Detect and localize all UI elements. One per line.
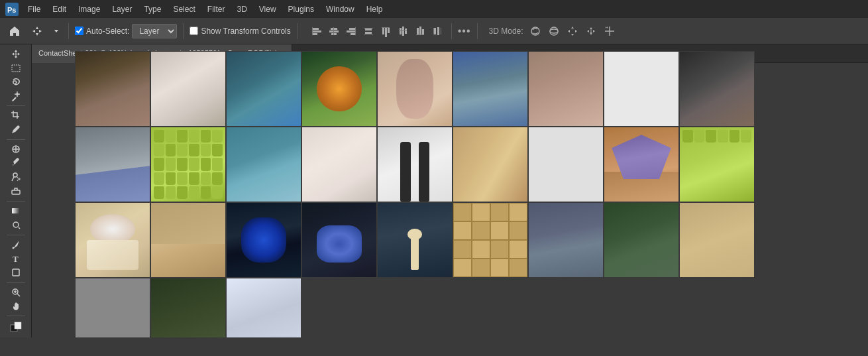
healing-tool[interactable] <box>5 144 27 155</box>
auto-select-area: Auto-Select: Layer Group <box>75 24 177 38</box>
photo-20 <box>150 202 226 278</box>
toolbar-separator-5 <box>477 23 478 39</box>
hand-tool[interactable] <box>5 300 27 312</box>
magic-wand-tool[interactable] <box>5 90 27 101</box>
pen-tool[interactable] <box>5 239 27 250</box>
align-right-icon[interactable] <box>343 23 359 39</box>
photo-30 <box>679 202 755 278</box>
svg-rect-10 <box>349 28 356 30</box>
menu-file[interactable]: File <box>23 3 46 15</box>
move-dropdown[interactable] <box>50 22 62 40</box>
menu-bar: Ps File Edit Image Layer Type Select Fil… <box>0 0 868 18</box>
more-options-button[interactable]: ••• <box>458 25 471 37</box>
align-top-icon[interactable] <box>378 23 394 39</box>
slide-3d-icon[interactable] <box>583 23 599 39</box>
svg-rect-9 <box>333 27 334 35</box>
svg-rect-12 <box>351 33 356 35</box>
svg-rect-54 <box>13 269 19 276</box>
auto-select-dropdown[interactable]: Layer Group <box>132 24 177 38</box>
zoom-tool[interactable] <box>5 286 27 298</box>
gradient-tool[interactable] <box>5 206 27 217</box>
svg-rect-32 <box>433 28 434 34</box>
menu-window[interactable]: Window <box>321 3 360 15</box>
photo-17 <box>604 127 679 202</box>
left-panel-separator-5 <box>7 282 25 283</box>
photo-11 <box>150 127 226 202</box>
photo-21 <box>226 202 301 278</box>
left-panel-separator-6 <box>7 316 25 316</box>
svg-rect-17 <box>365 32 372 34</box>
svg-point-47 <box>13 173 17 177</box>
lasso-tool[interactable] <box>5 76 27 88</box>
svg-rect-33 <box>441 28 441 34</box>
show-transform-controls: Show Transform Controls <box>190 27 290 36</box>
distribute-icon[interactable] <box>360 23 376 39</box>
zoom-3d-icon[interactable] <box>602 23 618 39</box>
align-bottom-icon[interactable] <box>412 23 428 39</box>
menu-3d[interactable]: 3D <box>231 3 252 15</box>
menu-type[interactable]: Type <box>138 3 166 15</box>
photo-33 <box>226 278 301 337</box>
svg-rect-48 <box>12 190 20 194</box>
svg-rect-14 <box>364 28 373 29</box>
photo-5 <box>377 51 453 127</box>
menu-image[interactable]: Image <box>73 3 105 15</box>
menu-select[interactable]: Select <box>168 3 200 15</box>
align-left-icon[interactable] <box>309 23 325 39</box>
menu-view[interactable]: View <box>254 3 282 15</box>
dodge-tool[interactable] <box>5 219 27 231</box>
ps-logo: Ps <box>5 3 19 16</box>
svg-rect-49 <box>12 208 20 213</box>
brush-tool[interactable] <box>5 158 27 169</box>
align-center-h-icon[interactable] <box>326 23 342 39</box>
photo-29 <box>604 202 679 278</box>
photo-3 <box>226 51 301 127</box>
marquee-tool[interactable] <box>5 62 27 74</box>
svg-line-51 <box>19 227 20 229</box>
auto-select-label[interactable]: Auto-Select: <box>75 27 129 36</box>
photo-15 <box>453 127 528 202</box>
photo-13 <box>301 127 377 202</box>
clone-tool[interactable] <box>5 172 27 183</box>
menu-plugins[interactable]: Plugins <box>283 3 319 15</box>
photo-19 <box>75 202 150 278</box>
photo-32 <box>150 278 226 337</box>
photo-2 <box>150 51 226 127</box>
toolbar-separator-2 <box>183 23 184 39</box>
3d-mode-icons <box>527 23 618 39</box>
svg-rect-15 <box>365 29 372 30</box>
photo-22 <box>301 202 377 278</box>
eyedropper-tool[interactable] <box>5 124 27 135</box>
home-button[interactable] <box>5 22 24 40</box>
menu-edit[interactable]: Edit <box>47 3 72 15</box>
text-tool[interactable]: T <box>5 253 27 264</box>
menu-layer[interactable]: Layer <box>107 3 137 15</box>
photo-28 <box>528 202 604 278</box>
auto-select-checkbox[interactable] <box>75 27 83 35</box>
svg-rect-28 <box>422 29 424 34</box>
photo-18 <box>679 127 755 202</box>
toolbar-separator-4 <box>451 23 452 39</box>
svg-point-52 <box>12 247 14 249</box>
move-options-button[interactable] <box>28 22 46 40</box>
shape-tool[interactable] <box>5 267 27 278</box>
rotate-3d-icon[interactable] <box>527 23 543 39</box>
eraser-tool[interactable] <box>5 186 27 197</box>
svg-point-50 <box>13 222 19 227</box>
pan-3d-icon[interactable] <box>565 23 580 39</box>
crop-tool[interactable] <box>5 110 27 121</box>
photo-7 <box>528 51 604 127</box>
menu-filter[interactable]: Filter <box>202 3 231 15</box>
toolbar-separator-1 <box>68 23 69 39</box>
distribute-v-icon[interactable] <box>429 23 445 39</box>
move-tool[interactable] <box>5 48 27 60</box>
transform-checkbox[interactable] <box>190 27 198 35</box>
svg-point-35 <box>550 27 558 35</box>
foreground-color[interactable] <box>5 320 27 333</box>
menu-help[interactable]: Help <box>361 3 388 15</box>
align-icons-group <box>309 23 445 39</box>
svg-rect-5 <box>312 27 313 35</box>
align-middle-icon[interactable] <box>395 23 411 39</box>
svg-line-56 <box>17 294 20 296</box>
orbit-3d-icon[interactable] <box>546 23 562 39</box>
